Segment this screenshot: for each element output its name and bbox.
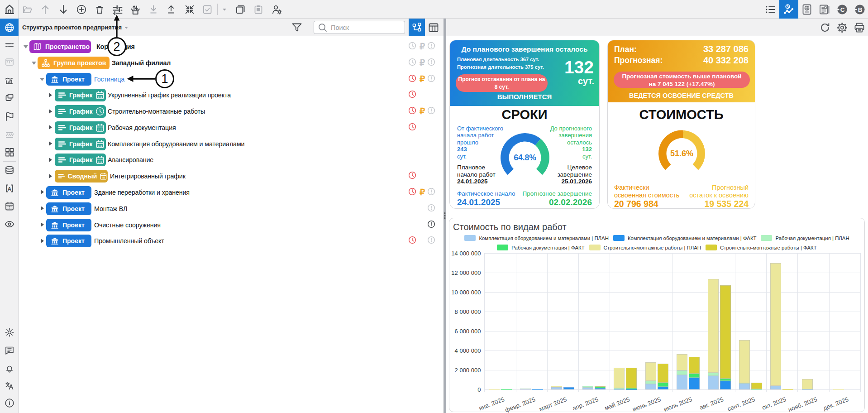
svg-text:A: A: [7, 186, 11, 192]
svg-text:B: B: [858, 6, 863, 13]
svg-text:C: C: [840, 6, 845, 13]
